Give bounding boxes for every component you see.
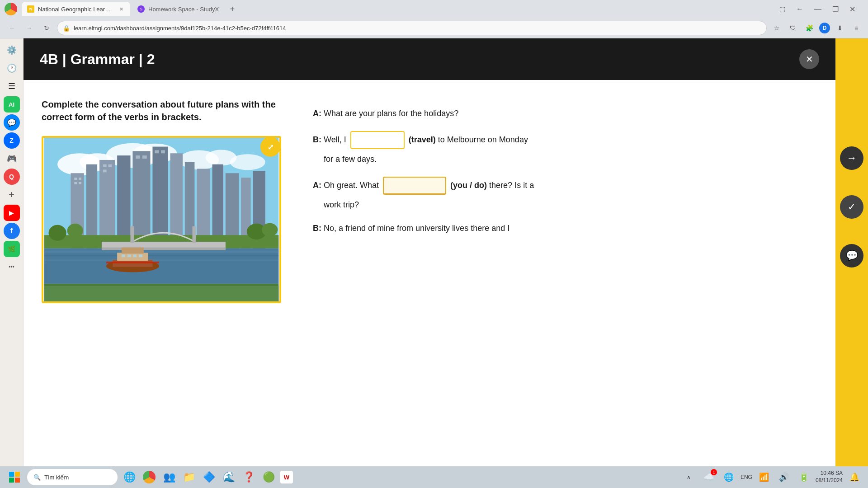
minimize-button[interactable]: —	[812, 3, 823, 15]
left-panel: Complete the conversation about future p…	[42, 98, 295, 467]
start-button[interactable]	[5, 468, 24, 486]
taskbar-explorer-icon[interactable]: 📁	[181, 469, 197, 485]
svg-rect-29	[142, 155, 147, 159]
answer-input-1[interactable]	[350, 131, 405, 149]
taskbar-search[interactable]: 🔍 Tìm kiếm	[27, 469, 118, 485]
taskbar-help-icon[interactable]: ❓	[241, 469, 257, 485]
toolbar-icons: ☆ 🛡 🧩 D ⬇ ≡	[770, 22, 863, 34]
svg-rect-55	[44, 286, 279, 301]
svg-rect-51	[133, 254, 137, 257]
svg-point-7	[230, 154, 265, 170]
svg-point-36	[262, 223, 278, 236]
svg-rect-23	[74, 182, 77, 184]
taskbar-ie-icon[interactable]: 🔷	[201, 469, 217, 485]
sidebar-facebook-icon[interactable]: f	[4, 223, 20, 239]
lock-icon: 🔒	[63, 25, 70, 32]
chat-button[interactable]: 💬	[840, 244, 863, 267]
tab-title-2: Homework Space - StudyX	[148, 6, 219, 13]
tab-national-geographic[interactable]: N National Geographic Learning ✕	[22, 2, 130, 16]
sidebar-q-icon[interactable]: Q	[4, 169, 20, 185]
taskbar-coccoc-icon[interactable]	[141, 469, 157, 485]
user-avatar[interactable]: D	[819, 23, 830, 33]
speaker-b-2: B:	[313, 224, 321, 233]
svg-point-34	[67, 224, 83, 238]
svg-rect-37	[44, 249, 279, 284]
tab-bar: N National Geographic Learning ✕ S Homew…	[0, 0, 868, 18]
taskbar-wps-icon[interactable]: W	[280, 471, 293, 483]
browser-logo	[4, 2, 18, 16]
search-icon: 🔍	[33, 474, 41, 481]
conv-text-a2-after: there? Is it a	[489, 180, 534, 189]
taskbar-edge3-icon[interactable]: 🟢	[260, 469, 277, 485]
conv-text-a2-after2: work trip?	[324, 200, 359, 209]
svg-rect-38	[44, 250, 279, 253]
close-exercise-button[interactable]: ✕	[799, 49, 819, 69]
forward-nav-button[interactable]: →	[23, 21, 36, 35]
address-field[interactable]: 🔒 learn.eltngl.com/dashboard/assignments…	[57, 21, 767, 35]
taskbar-teams-icon[interactable]: 👥	[161, 469, 177, 485]
svg-rect-26	[108, 164, 112, 167]
svg-rect-25	[103, 164, 107, 167]
svg-rect-21	[74, 178, 77, 180]
speaker-a-1: A:	[313, 109, 321, 118]
conv-text-a2-before: Oh great. What	[324, 180, 381, 189]
sidebar-green-icon[interactable]: 🌿	[4, 241, 20, 257]
tab-title-1: National Geographic Learning	[38, 6, 114, 13]
menu-icon[interactable]: ≡	[850, 22, 863, 34]
svg-rect-53	[106, 262, 159, 263]
conv-text-b1-before: Well, I	[324, 135, 349, 144]
url-text: learn.eltngl.com/dashboard/assignments/9…	[74, 25, 761, 32]
tray-wifi[interactable]: 📶	[756, 469, 772, 485]
conv-text-b1-after2: for a few days.	[324, 155, 377, 164]
screen-cast-icon[interactable]: ⬚	[778, 4, 787, 14]
sidebar-zalo-icon[interactable]: Z	[4, 132, 20, 149]
speaker-a-2: A:	[313, 180, 321, 189]
tray-chevron[interactable]: ∧	[681, 469, 697, 485]
answer-input-2[interactable]	[383, 177, 446, 195]
new-tab-button[interactable]: +	[226, 3, 239, 15]
maximize-button[interactable]: ❐	[830, 3, 840, 15]
sidebar-settings-icon[interactable]: ⚙️	[4, 42, 20, 58]
coccoc-icon	[5, 3, 17, 15]
tray-battery[interactable]: 🔋	[796, 469, 812, 485]
verb-hint-2: (you / do)	[450, 180, 487, 189]
check-button[interactable]: ✓	[840, 195, 863, 219]
sidebar-messenger-icon[interactable]: 💬	[4, 114, 20, 131]
sidebar-games-icon[interactable]: 🎮	[4, 150, 20, 167]
back-nav-button[interactable]: ←	[5, 21, 19, 35]
left-sidebar: ⚙️ 🕐 ☰ AI 💬 Z 🎮 Q + ▶ f 🌿 •••	[0, 38, 24, 467]
next-button[interactable]: →	[840, 146, 863, 170]
svg-rect-50	[127, 254, 131, 257]
refresh-button[interactable]: ↻	[40, 21, 53, 35]
cloud-notification[interactable]: ☁️ 1	[701, 469, 717, 485]
download-icon[interactable]: ⬇	[834, 22, 846, 34]
tray-network[interactable]: 🌐	[721, 469, 737, 485]
taskbar-edge-icon[interactable]: 🌐	[121, 469, 137, 485]
back-icon[interactable]: ←	[794, 3, 805, 15]
tray-volume[interactable]: 🔊	[776, 469, 792, 485]
sidebar-ai-icon[interactable]: AI	[4, 96, 20, 113]
conversation-line-2b: for a few days.	[313, 153, 817, 166]
sidebar-more-icon[interactable]: •••	[4, 259, 20, 275]
system-clock: 10:46 SA 08/11/2024	[816, 470, 843, 484]
conv-text-a1: What are your plans for the holidays?	[324, 109, 458, 118]
notification-bell[interactable]: 🔔	[846, 469, 863, 485]
expand-image-button[interactable]: ⤢	[260, 137, 280, 157]
clock-date: 08/11/2024	[816, 477, 843, 484]
tab-studyx[interactable]: S Homework Space - StudyX	[132, 2, 224, 16]
conversation-line-2: B: Well, I (travel) to Melbourne on Mond…	[313, 131, 817, 149]
sidebar-bookmarks-icon[interactable]: ☰	[4, 78, 20, 94]
extensions-icon[interactable]: 🧩	[803, 22, 816, 34]
sidebar-add-icon[interactable]: +	[4, 187, 20, 203]
sidebar-history-icon[interactable]: 🕐	[4, 60, 20, 76]
star-icon[interactable]: ☆	[770, 22, 783, 34]
taskbar-edge2-icon[interactable]: 🌊	[221, 469, 237, 485]
svg-rect-40	[44, 259, 279, 261]
tab-close-1[interactable]: ✕	[118, 5, 125, 13]
shield-icon[interactable]: 🛡	[787, 22, 799, 34]
close-window-button[interactable]: ✕	[848, 3, 857, 15]
image-container: ⤢	[42, 136, 281, 303]
verb-hint-1: (travel)	[409, 135, 436, 144]
arrow-right-icon: →	[847, 152, 857, 164]
sidebar-youtube-icon[interactable]: ▶	[4, 205, 20, 221]
